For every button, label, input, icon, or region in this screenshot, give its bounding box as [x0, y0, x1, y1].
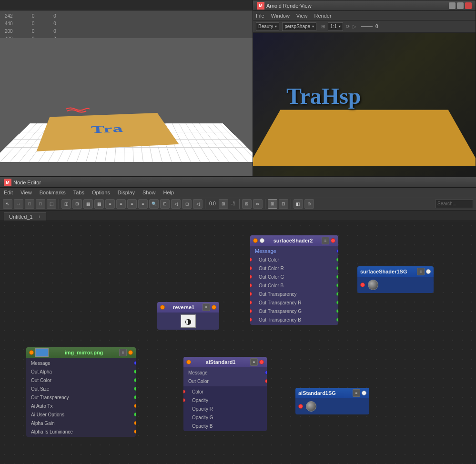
ne-menu-bookmarks[interactable]: Bookmarks: [40, 190, 66, 195]
node-ai-standard1: aiStandard1 ≡ Message Out Color: [183, 357, 267, 431]
ss2-out-transparency: Out Transparency: [253, 292, 296, 297]
ne-tool-2[interactable]: □: [36, 199, 45, 209]
ss1sg-menu-btn[interactable]: ≡: [417, 268, 425, 275]
viewport-3d: Tra: [0, 38, 253, 176]
ne-menu-view[interactable]: View: [20, 190, 32, 195]
ss2-out-color-r: Out Color R: [253, 266, 284, 271]
ne-tool-21[interactable]: ◧: [294, 199, 303, 209]
ne-tool-12[interactable]: 🔍: [149, 199, 159, 209]
ne-tool-11[interactable]: ≡: [138, 199, 148, 209]
ne-tool-3[interactable]: ⬚: [47, 199, 56, 209]
arnold-menu-view[interactable]: View: [296, 13, 308, 19]
arnold-render-value: 0: [375, 24, 378, 29]
arnold-title: Arnold RenderView: [266, 3, 312, 9]
arnold-camera-dropdown[interactable]: perspShape: [282, 22, 316, 31]
ne-tool-9[interactable]: ≡: [116, 199, 126, 209]
img-out-color: Out Color: [29, 378, 51, 383]
rev-menu-btn[interactable]: ≡: [203, 303, 210, 311]
ne-tool-pan[interactable]: ↔: [14, 199, 23, 209]
img-menu-btn[interactable]: ≡: [119, 349, 127, 356]
node-ai-standard1sg: aiStandard1SG ≡: [295, 388, 369, 414]
node-reverse1: reverse1 ≡ ◑: [157, 302, 219, 330]
ne-canvas[interactable]: surfaceShader2 ≡ Message Out Color: [0, 221, 476, 464]
img-alpha-gain: Alpha Gain: [29, 421, 54, 426]
ne-menu-options[interactable]: Options: [92, 190, 110, 195]
ai-message: Message: [186, 370, 208, 375]
arnold-m-logo: M: [257, 2, 264, 10]
ne-tool-select[interactable]: ↖: [3, 199, 12, 209]
ss2-out-trans-r: Out Transparency R: [253, 300, 301, 305]
ss2-message: Message: [255, 248, 276, 254]
aisg-menu-btn[interactable]: ≡: [353, 389, 360, 397]
arnold-beauty-dropdown[interactable]: Beauty: [256, 22, 279, 31]
ss2-title: surfaceShader2: [273, 238, 313, 243]
img-message: Message: [29, 361, 51, 366]
ne-tool-15[interactable]: ◻: [182, 199, 192, 209]
ss1sg-title: surfaceShader1SG: [360, 269, 407, 274]
ne-tool-4[interactable]: ◫: [61, 199, 71, 209]
arnold-zoom-dropdown[interactable]: 1:1: [328, 22, 343, 31]
arnold-menu-file[interactable]: File: [256, 13, 264, 19]
ne-tool-14[interactable]: ◁: [171, 199, 181, 209]
ne-tool-16[interactable]: ◁: [193, 199, 203, 209]
img-alpha-is-luminance: Alpha Is Luminance: [29, 429, 73, 434]
node-editor: M Node Editor Edit View Bookmarks Tabs O…: [0, 176, 476, 464]
ne-tool-17[interactable]: ⊞: [219, 199, 228, 209]
ai-color: Color: [186, 389, 203, 394]
ai-title: aiStandard1: [206, 359, 236, 365]
aisg-title: aiStandard1SG: [298, 390, 336, 396]
ne-search-input[interactable]: [435, 200, 473, 208]
ss2-out-color: Out Color: [253, 257, 279, 262]
ss2-menu-btn[interactable]: ≡: [322, 237, 329, 244]
ne-menu-tabs[interactable]: Tabs: [73, 190, 84, 195]
ne-tool-active[interactable]: ⊞: [268, 199, 277, 209]
ne-tool-10[interactable]: ≡: [127, 199, 137, 209]
ss2-out-color-b: Out Color B: [253, 283, 284, 288]
ne-tool-20[interactable]: ⊟: [279, 199, 288, 209]
ne-menu-display[interactable]: Display: [118, 190, 135, 195]
ne-tool-1[interactable]: □: [25, 199, 34, 209]
arnold-menu-render[interactable]: Render: [314, 13, 332, 19]
img-out-size: Out Size: [29, 386, 49, 392]
ne-tab-untitled[interactable]: Untitled_1 +: [4, 212, 46, 221]
img-out-transparency: Out Transparency: [29, 395, 69, 400]
ne-title: Node Editor: [13, 180, 41, 185]
ai-opacity-r: Opacity R: [186, 406, 213, 412]
node-img-mirror: img_mirror.png ≡ Message Out Alpha Out C…: [26, 347, 136, 437]
ne-m-logo: M: [4, 179, 11, 186]
ai-out-color: Out Color: [186, 379, 209, 384]
ai-opacity: Opacity: [186, 398, 208, 403]
arnold-menu-window[interactable]: Window: [271, 13, 290, 19]
ne-menu-help[interactable]: Help: [163, 190, 174, 195]
ne-tool-8[interactable]: ≡: [105, 199, 115, 209]
ne-menu-show[interactable]: Show: [142, 190, 156, 195]
ai-opacity-g: Opacity G: [186, 415, 213, 420]
red-squiggle: [63, 104, 92, 114]
img-ai-user-options: Ai User Options: [29, 412, 64, 417]
img-title: img_mirror.png: [65, 350, 103, 355]
img-out-alpha: Out Alpha: [29, 369, 52, 374]
ne-menu-edit[interactable]: Edit: [4, 190, 13, 195]
render-text: TraHsp: [286, 83, 361, 109]
arnold-close-btn[interactable]: [465, 2, 472, 9]
img-ai-auto-tx: Ai Auto Tx: [29, 403, 52, 409]
ai-menu-btn[interactable]: ≡: [250, 358, 258, 366]
node-surface-shader2: surfaceShader2 ≡ Message Out Color: [250, 235, 338, 325]
node-surface-shader1sg: surfaceShader1SG ≡: [357, 266, 434, 293]
arnold-render-canvas: TraHsp: [253, 33, 476, 176]
arnold-maximize-btn[interactable]: [457, 2, 464, 9]
ne-tool-19[interactable]: ∞: [253, 199, 263, 209]
ss2-out-trans-g: Out Transparency G: [253, 309, 302, 314]
maya-viewport: 24200 44000 20000 40000 24200 :00 Tra: [0, 0, 253, 176]
ne-tool-7[interactable]: ▦: [94, 199, 104, 209]
ne-tool-18[interactable]: ⊠: [242, 199, 252, 209]
rev-title: reverse1: [173, 304, 194, 310]
ne-tool-22[interactable]: ⊕: [304, 199, 314, 209]
ne-tool-5[interactable]: ⊞: [72, 199, 82, 209]
ne-tool-6[interactable]: ▦: [83, 199, 93, 209]
arnold-minimize-btn[interactable]: [449, 2, 456, 9]
arnold-renderview: M Arnold RenderView File Window View Ren…: [253, 0, 476, 176]
ss2-out-color-g: Out Color G: [253, 274, 284, 280]
ne-tool-13[interactable]: ⊡: [160, 199, 170, 209]
ss2-out-trans-b: Out Transparency B: [253, 317, 301, 323]
